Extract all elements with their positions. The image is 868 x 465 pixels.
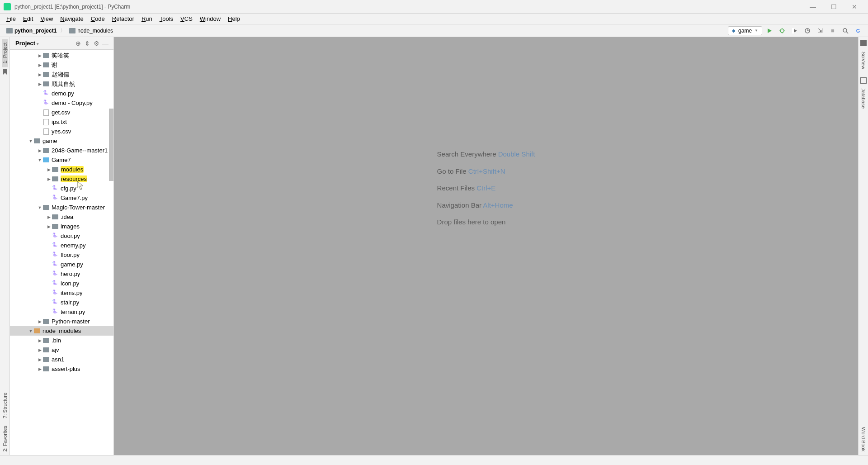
run-config-selector[interactable]: ◆ game ▼ — [728, 26, 762, 35]
maximize-button[interactable]: ☐ — [824, 0, 844, 13]
tree-row[interactable]: ▶get.csv — [10, 108, 113, 117]
scrollbar-thumb[interactable] — [109, 109, 113, 181]
tree-row[interactable]: ▶enemy.py — [10, 241, 113, 250]
hide-button[interactable]: — — [101, 39, 110, 48]
rail-sciview[interactable]: SciView — [861, 48, 866, 73]
expand-arrow-icon[interactable]: ▶ — [37, 148, 42, 153]
expand-arrow-icon[interactable]: ▼ — [37, 158, 42, 162]
expand-arrow-icon[interactable]: ▶ — [37, 82, 42, 86]
expand-arrow-icon[interactable]: ▶ — [37, 367, 42, 371]
expand-arrow-icon[interactable]: ▶ — [37, 63, 42, 67]
tree-row[interactable]: ▶笑哈笑 — [10, 51, 113, 60]
tree-row[interactable]: ▼game — [10, 136, 113, 146]
menu-edit[interactable]: Edit — [19, 14, 37, 23]
tree-row[interactable]: ▶cfg.py — [10, 184, 113, 193]
rail-wordbook[interactable]: Word Book — [861, 423, 866, 455]
project-panel-title[interactable]: Project — [14, 40, 41, 47]
tree-row[interactable]: ▶赵湘儒 — [10, 70, 113, 79]
tree-row[interactable]: ▶stair.py — [10, 298, 113, 307]
expand-arrow-icon[interactable]: ▶ — [46, 215, 52, 219]
rail-project[interactable]: 1: Project — [2, 39, 8, 67]
editor-area[interactable]: Search Everywhere Double ShiftGo to File… — [114, 37, 858, 455]
menu-view[interactable]: View — [37, 14, 57, 23]
locate-button[interactable]: ⊕ — [74, 39, 83, 48]
tree-row[interactable]: ▶.idea — [10, 212, 113, 222]
expand-arrow-icon[interactable]: ▶ — [46, 167, 52, 172]
search-button[interactable] — [840, 25, 851, 36]
tree-row[interactable]: ▶terrain.py — [10, 307, 113, 317]
menu-file[interactable]: File — [3, 14, 19, 23]
expand-arrow-icon[interactable]: ▶ — [37, 348, 42, 352]
rail-database[interactable]: Database — [861, 84, 866, 112]
tree-row[interactable]: ▶game.py — [10, 260, 113, 269]
tree-row[interactable]: ▶floor.py — [10, 250, 113, 260]
expand-arrow-icon[interactable]: ▶ — [46, 224, 52, 229]
stop-button[interactable]: ■ — [827, 25, 838, 36]
tree-row[interactable]: ▶谢 — [10, 60, 113, 70]
expand-arrow-icon[interactable]: ▶ — [37, 319, 42, 324]
tree-row[interactable]: ▶door.py — [10, 231, 113, 241]
tree-row[interactable]: ▶ips.txt — [10, 117, 113, 127]
expand-arrow-icon[interactable]: ▶ — [37, 53, 42, 58]
expand-arrow-icon[interactable]: ▶ — [37, 357, 42, 362]
tree-row[interactable]: ▶resources — [10, 174, 113, 184]
breadcrumb-item[interactable]: python_project1 — [5, 27, 58, 35]
tree-row[interactable]: ▶ajv — [10, 345, 113, 355]
run-button[interactable] — [764, 25, 775, 36]
tree-row[interactable]: ▼Magic-Tower-master — [10, 203, 113, 212]
breadcrumb-item[interactable]: node_modules — [67, 27, 115, 35]
close-button[interactable]: ✕ — [844, 0, 864, 13]
expand-arrow-icon[interactable]: ▼ — [37, 205, 42, 210]
coverage-button[interactable] — [789, 25, 800, 36]
menu-navigate[interactable]: Navigate — [57, 14, 87, 23]
translate-button[interactable]: G — [853, 25, 863, 36]
tree-row[interactable]: ▼Game7 — [10, 155, 113, 165]
attach-button[interactable]: ⇲ — [815, 25, 826, 36]
tree-row[interactable]: ▶demo - Copy.py — [10, 98, 113, 108]
menu-refactor[interactable]: Refactor — [108, 14, 138, 23]
tree-row[interactable]: ▶顺其自然 — [10, 79, 113, 89]
expand-arrow-icon[interactable]: ▼ — [28, 329, 33, 333]
expand-arrow-icon[interactable]: ▶ — [37, 72, 42, 77]
settings-button[interactable]: ⚙ — [92, 39, 101, 48]
rail-favorites[interactable]: 2: Favorites — [2, 422, 8, 455]
tree-label: 赵湘儒 — [52, 71, 69, 79]
expand-arrow-icon[interactable]: ▼ — [28, 139, 33, 143]
tree-row[interactable]: ▶Game7.py — [10, 193, 113, 203]
py-icon — [52, 280, 59, 287]
tree-row[interactable]: ▶.bin — [10, 336, 113, 345]
tree-row[interactable]: ▶asn1 — [10, 355, 113, 364]
tree-row[interactable]: ▶2048-Game--master1 — [10, 146, 113, 155]
debug-button[interactable] — [777, 25, 788, 36]
profile-button[interactable] — [802, 25, 813, 36]
tree-label: assert-plus — [52, 365, 80, 372]
rail-structure[interactable]: 7: Structure — [2, 389, 8, 422]
expand-arrow-icon[interactable]: ▶ — [46, 177, 52, 181]
tree-row[interactable]: ▶images — [10, 222, 113, 231]
tree-row[interactable]: ▶assert-plus — [10, 364, 113, 374]
tree-row[interactable]: ▶modules — [10, 165, 113, 174]
tree-row[interactable]: ▶demo.py — [10, 89, 113, 98]
tree-row[interactable]: ▶hero.py — [10, 269, 113, 279]
file-icon — [42, 109, 50, 116]
menu-vcs[interactable]: VCS — [177, 14, 196, 23]
tree-row[interactable]: ▶yes.csv — [10, 127, 113, 136]
tree-row[interactable]: ▼node_modules — [10, 326, 113, 336]
database-icon[interactable] — [860, 77, 867, 84]
menu-code[interactable]: Code — [87, 14, 108, 23]
menu-help[interactable]: Help — [224, 14, 244, 23]
menu-run[interactable]: Run — [138, 14, 156, 23]
bookmark-icon[interactable] — [2, 69, 8, 75]
tree-row[interactable]: ▶items.py — [10, 288, 113, 298]
tree-row[interactable]: ▶Python-master — [10, 317, 113, 326]
sciview-icon[interactable] — [860, 40, 867, 46]
tree-row[interactable]: ▶icon.py — [10, 279, 113, 288]
folder-icon — [42, 147, 50, 154]
minimize-button[interactable]: — — [803, 0, 823, 13]
collapse-button[interactable]: ⇕ — [83, 39, 92, 48]
expand-arrow-icon[interactable]: ▶ — [37, 338, 42, 343]
tree-label: door.py — [61, 232, 80, 239]
menu-tools[interactable]: Tools — [156, 14, 177, 23]
menu-window[interactable]: Window — [196, 14, 224, 23]
project-tree[interactable]: ▶笑哈笑▶谢▶赵湘儒▶顺其自然▶demo.py▶demo - Copy.py▶g… — [10, 50, 113, 455]
